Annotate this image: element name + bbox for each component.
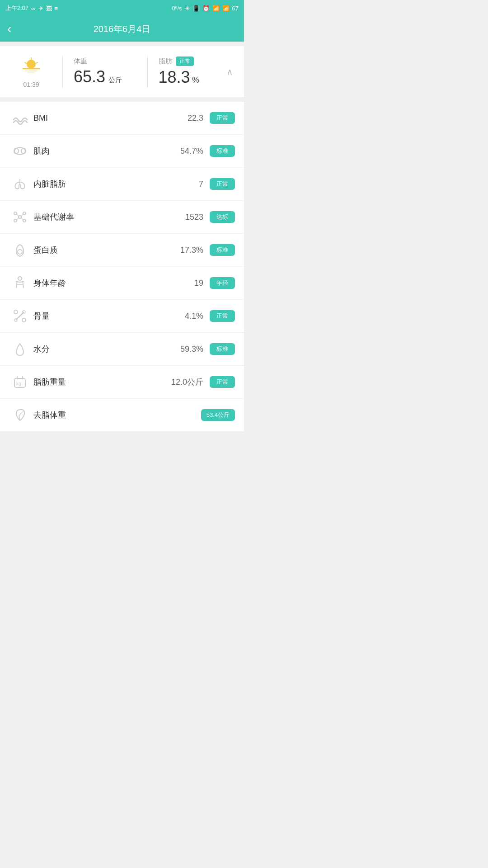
visceral-icon: [9, 176, 31, 192]
summary-time: 01:39: [23, 81, 39, 88]
status-alarm-icon: ⏰: [202, 5, 210, 12]
summary-fat: 脂肪 正常 18.3 %: [159, 57, 221, 87]
metric-row-visceral[interactable]: 内脏脂肪7正常: [0, 168, 244, 201]
status-wifi-icon: 📶: [212, 5, 220, 12]
svg-point-11: [19, 216, 21, 218]
leanweight-name: 去脂体重: [33, 410, 201, 420]
svg-point-14: [14, 219, 17, 222]
summary-icon-section: 01:39: [11, 55, 52, 88]
status-menu-icon: ≡: [55, 5, 58, 12]
summary-divider: [62, 56, 63, 88]
svg-line-18: [17, 218, 19, 220]
status-battery: 67: [232, 5, 239, 12]
status-network: 0ᴷ/s: [172, 5, 182, 12]
weight-label: 体重: [74, 57, 136, 66]
fat-percent: %: [192, 75, 199, 85]
visceral-name: 内脏脂肪: [33, 179, 199, 189]
muscle-name: 肌肉: [33, 146, 180, 156]
status-send-icon: ✈: [38, 5, 43, 12]
svg-point-24: [22, 318, 26, 322]
bone-value: 4.1%: [185, 311, 203, 321]
sun-icon: [21, 55, 41, 79]
bmr-name: 基础代谢率: [33, 212, 185, 222]
metric-row-muscle[interactable]: 肌肉54.7%标准: [0, 135, 244, 168]
svg-line-16: [17, 214, 19, 216]
bone-name: 骨量: [33, 311, 185, 321]
water-badge: 标准: [210, 343, 235, 355]
svg-text:kg: kg: [16, 381, 21, 386]
fatweight-badge: 正常: [210, 376, 235, 388]
metric-row-bmi[interactable]: BMI22.3正常: [0, 102, 244, 135]
bone-icon: [9, 308, 31, 324]
weight-value: 65.3: [74, 67, 105, 86]
svg-line-17: [21, 214, 23, 216]
fatweight-icon: kg: [9, 374, 31, 390]
status-image-icon: 🖼: [46, 5, 52, 12]
collapse-chevron-icon[interactable]: ∧: [226, 66, 233, 77]
svg-point-21: [18, 277, 22, 280]
water-name: 水分: [33, 344, 180, 354]
status-time: 上午2:07: [5, 4, 28, 12]
weight-unit: 公斤: [108, 76, 122, 84]
svg-point-23: [14, 310, 18, 314]
header: ‹ 2016年6月4日: [0, 16, 244, 42]
muscle-icon: [9, 143, 31, 159]
page-title: 2016年6月4日: [94, 23, 151, 35]
protein-value: 17.3%: [180, 245, 203, 255]
svg-line-3: [36, 62, 38, 63]
metric-row-water[interactable]: 水分59.3%标准: [0, 333, 244, 366]
protein-icon: [9, 242, 31, 258]
water-value: 59.3%: [180, 344, 203, 354]
bodyage-badge: 年轻: [210, 277, 235, 289]
leanweight-icon: [9, 407, 31, 423]
bodyage-value: 19: [194, 278, 203, 288]
fat-value: 18.3: [159, 68, 190, 86]
bodyage-name: 身体年龄: [33, 278, 194, 288]
svg-point-26: [14, 319, 17, 321]
status-bar: 上午2:07 ∞ ✈ 🖼 ≡ 0ᴷ/s ✳ 📳 ⏰ 📶 📶 67: [0, 0, 244, 16]
metric-row-bmr[interactable]: 基础代谢率1523达标: [0, 201, 244, 234]
leanweight-badge: 53.4公斤: [201, 409, 235, 421]
muscle-value: 54.7%: [180, 146, 203, 156]
svg-line-19: [21, 218, 23, 220]
metric-row-protein[interactable]: 蛋白质17.3%标准: [0, 234, 244, 267]
metric-row-fatweight[interactable]: kg 脂肪重量12.0公斤正常: [0, 366, 244, 399]
fat-value-row: 18.3 %: [159, 68, 221, 87]
protein-badge: 标准: [210, 244, 235, 256]
fatweight-name: 脂肪重量: [33, 377, 171, 387]
fatweight-value: 12.0公斤: [171, 377, 203, 387]
status-bluetooth-icon: ✳: [185, 5, 190, 12]
metric-row-bone[interactable]: 骨量4.1%正常: [0, 300, 244, 333]
status-right: 0ᴷ/s ✳ 📳 ⏰ 📶 📶 67: [172, 5, 239, 12]
svg-point-25: [23, 311, 25, 313]
svg-line-2: [25, 62, 27, 63]
fat-header: 脂肪 正常: [159, 57, 221, 66]
muscle-badge: 标准: [210, 145, 235, 157]
bmr-icon: [9, 209, 31, 225]
metric-row-leanweight[interactable]: 去脂体重53.4公斤53.4公斤: [0, 399, 244, 431]
summary-divider-2: [147, 56, 148, 88]
status-vibrate-icon: 📳: [192, 5, 200, 12]
fat-label: 脂肪: [159, 57, 172, 66]
bmi-name: BMI: [33, 113, 188, 123]
visceral-badge: 正常: [210, 178, 235, 190]
status-left: 上午2:07 ∞ ✈ 🖼 ≡: [5, 4, 58, 12]
bmi-badge: 正常: [210, 112, 235, 124]
summary-weight: 体重 65.3 公斤: [74, 57, 136, 86]
water-icon: [9, 341, 31, 357]
bmi-icon: [9, 110, 31, 126]
svg-point-20: [18, 250, 22, 254]
bmi-value: 22.3: [188, 113, 203, 123]
visceral-value: 7: [199, 179, 203, 189]
bmr-badge: 达标: [210, 211, 235, 223]
svg-point-15: [23, 219, 26, 222]
back-button[interactable]: ‹: [7, 22, 11, 36]
bone-badge: 正常: [210, 310, 235, 322]
bodyage-icon: [9, 275, 31, 291]
protein-name: 蛋白质: [33, 245, 180, 255]
status-infinity-icon: ∞: [31, 5, 35, 12]
status-signal-icon: 📶: [222, 5, 230, 12]
metric-row-bodyage[interactable]: 身体年龄19年轻: [0, 267, 244, 300]
svg-point-12: [14, 212, 17, 215]
weight-value-row: 65.3 公斤: [74, 67, 136, 86]
